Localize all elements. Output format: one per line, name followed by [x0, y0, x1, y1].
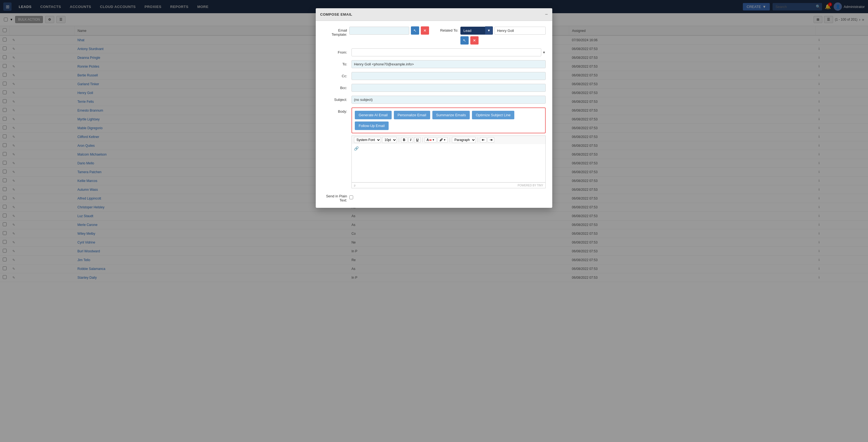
from-input[interactable]	[351, 49, 541, 56]
to-input[interactable]	[351, 60, 546, 68]
related-select-wrap: Lead ▼	[460, 26, 493, 35]
compose-email-modal: COMPOSE EMAIL − Email Template: ↖ ✕	[316, 8, 552, 208]
toolbar-divider-4	[478, 137, 478, 143]
ai-buttons-area: Generate AI Email Personalize Email Summ…	[351, 107, 546, 133]
email-template-input[interactable]	[349, 27, 409, 35]
related-clear-icon: ✕	[473, 38, 476, 42]
subject-row: Subject:	[322, 96, 546, 104]
bcc-label: Bcc:	[322, 84, 347, 90]
email-template-select-button[interactable]: ↖	[411, 26, 419, 35]
from-row: From: ▼	[322, 49, 546, 56]
highlight-color-button[interactable]: 🖊 ▼	[438, 137, 448, 143]
highlight-dropdown[interactable]: ▼	[443, 138, 446, 141]
cursor-icon: ↖	[413, 28, 417, 33]
editor-status-bar: p POWERED BY TINY	[351, 183, 546, 188]
editor-status-left: p	[354, 184, 355, 187]
related-to-label: Related To:	[433, 26, 458, 32]
summarize-emails-button[interactable]: Summarize Emails	[432, 111, 470, 119]
related-type-dropdown[interactable]: ▼	[485, 26, 493, 35]
generate-ai-email-button[interactable]: Generate AI Email	[355, 111, 392, 119]
body-label: Body:	[322, 107, 347, 114]
send-plain-text-checkbox[interactable]	[349, 195, 353, 199]
cc-row: Cc:	[322, 72, 546, 80]
font-color-button[interactable]: A ▼	[425, 137, 437, 143]
cc-input[interactable]	[351, 72, 546, 80]
indent-increase-button[interactable]: ⇥	[488, 137, 494, 143]
modal-close-button[interactable]: −	[545, 11, 548, 17]
paragraph-select[interactable]: Paragraph	[452, 137, 476, 143]
email-template-area: ↖ ✕	[349, 26, 429, 35]
modal-title: COMPOSE EMAIL	[320, 12, 352, 17]
related-cursor-icon: ↖	[463, 38, 466, 42]
email-template-related-row: Email Template: ↖ ✕ Related To:	[322, 26, 546, 44]
related-to-area: Lead ▼ ↖ ✕	[460, 26, 546, 44]
send-plain-text-label: Send in Plain Text:	[322, 192, 347, 202]
link-icon[interactable]: 🔗	[354, 146, 359, 151]
subject-label: Subject:	[322, 96, 347, 102]
rich-text-toolbar: System Font 10pt B I U A ▼	[351, 135, 546, 144]
to-label: To:	[322, 60, 347, 66]
body-row: Body: Generate AI Email Personalize Emai…	[322, 107, 546, 188]
from-dropdown-arrow[interactable]: ▼	[542, 51, 546, 55]
clear-icon: ✕	[423, 28, 427, 33]
italic-button[interactable]: I	[408, 137, 413, 143]
font-color-swatch	[429, 139, 432, 140]
underline-button[interactable]: U	[414, 137, 421, 143]
bcc-input[interactable]	[351, 84, 546, 92]
bcc-row: Bcc:	[322, 84, 546, 92]
modal-overlay: COMPOSE EMAIL − Email Template: ↖ ✕	[0, 0, 868, 442]
related-to-row2: ↖ ✕	[460, 36, 546, 44]
to-row: To:	[322, 60, 546, 68]
subject-input[interactable]	[351, 96, 546, 104]
related-select-button[interactable]: ↖	[460, 36, 469, 44]
send-plain-text-row: Send in Plain Text:	[322, 192, 546, 202]
body-area: Generate AI Email Personalize Email Summ…	[351, 107, 546, 188]
modal-body: Email Template: ↖ ✕ Related To:	[316, 21, 552, 208]
related-clear-button[interactable]: ✕	[470, 36, 478, 44]
email-template-clear-button[interactable]: ✕	[421, 26, 429, 35]
toolbar-divider-2	[423, 137, 423, 143]
font-family-select[interactable]: System Font	[354, 137, 381, 143]
highlight-icon: 🖊	[439, 138, 443, 142]
email-body-editor[interactable]: 🔗	[351, 144, 546, 183]
related-name-input[interactable]	[495, 27, 546, 35]
optimize-subject-line-button[interactable]: Optimize Subject Line	[472, 111, 514, 119]
related-to-row1: Lead ▼	[460, 26, 546, 35]
font-size-select[interactable]: 10pt	[382, 137, 397, 143]
related-type-display: Lead	[460, 27, 485, 35]
bold-button[interactable]: B	[401, 137, 407, 143]
font-color-dropdown[interactable]: ▼	[432, 138, 435, 141]
follow-up-email-button[interactable]: Follow-Up Email	[355, 122, 389, 130]
from-label: From:	[322, 49, 347, 55]
powered-by-tiny: POWERED BY TINY	[518, 184, 543, 187]
personalize-email-button[interactable]: Personalize Email	[394, 111, 430, 119]
indent-decrease-button[interactable]: ⇤	[480, 137, 487, 143]
email-template-label: Email Template:	[322, 26, 347, 37]
from-wrap: ▼	[351, 49, 546, 56]
font-color-icon: A	[427, 138, 429, 142]
cc-label: Cc:	[322, 72, 347, 78]
modal-header: COMPOSE EMAIL −	[316, 8, 552, 21]
